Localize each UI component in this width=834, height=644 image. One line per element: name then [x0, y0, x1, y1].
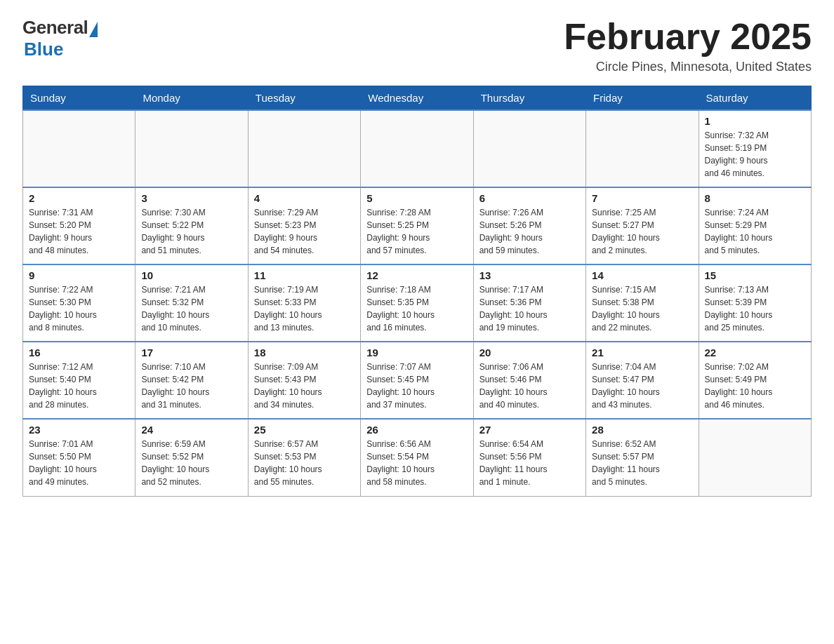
- day-info: Sunrise: 7:09 AMSunset: 5:43 PMDaylight:…: [254, 361, 355, 411]
- day-info: Sunrise: 7:13 AMSunset: 5:39 PMDaylight:…: [705, 283, 805, 334]
- table-row: 19Sunrise: 7:07 AMSunset: 5:45 PMDayligh…: [361, 342, 473, 419]
- day-info: Sunrise: 7:04 AMSunset: 5:47 PMDaylight:…: [592, 361, 692, 411]
- table-row: 12Sunrise: 7:18 AMSunset: 5:35 PMDayligh…: [361, 264, 473, 342]
- calendar-week-row: 16Sunrise: 7:12 AMSunset: 5:40 PMDayligh…: [23, 342, 812, 419]
- day-number: 27: [479, 424, 580, 436]
- title-block: February 2025 Circle Pines, Minnesota, U…: [564, 17, 812, 74]
- day-number: 22: [705, 347, 805, 358]
- day-number: 14: [592, 269, 692, 281]
- table-row: 11Sunrise: 7:19 AMSunset: 5:33 PMDayligh…: [248, 264, 360, 342]
- table-row: [586, 110, 699, 187]
- month-title: February 2025: [564, 17, 812, 57]
- header-monday: Monday: [135, 86, 248, 111]
- table-row: [473, 110, 585, 187]
- table-row: 20Sunrise: 7:06 AMSunset: 5:46 PMDayligh…: [473, 342, 585, 419]
- day-number: 26: [366, 424, 467, 436]
- day-number: 10: [141, 269, 241, 281]
- day-number: 6: [479, 192, 580, 204]
- table-row: 22Sunrise: 7:02 AMSunset: 5:49 PMDayligh…: [699, 342, 811, 419]
- header-saturday: Saturday: [699, 86, 811, 111]
- day-number: 16: [29, 347, 129, 358]
- table-row: 4Sunrise: 7:29 AMSunset: 5:23 PMDaylight…: [248, 187, 360, 264]
- table-row: 8Sunrise: 7:24 AMSunset: 5:29 PMDaylight…: [699, 187, 811, 264]
- day-number: 8: [705, 192, 805, 204]
- day-info: Sunrise: 6:56 AMSunset: 5:54 PMDaylight:…: [366, 438, 467, 488]
- day-info: Sunrise: 7:15 AMSunset: 5:38 PMDaylight:…: [592, 283, 692, 334]
- table-row: 13Sunrise: 7:17 AMSunset: 5:36 PMDayligh…: [473, 264, 585, 342]
- day-info: Sunrise: 7:25 AMSunset: 5:27 PMDaylight:…: [592, 206, 692, 257]
- day-info: Sunrise: 7:26 AMSunset: 5:26 PMDaylight:…: [479, 206, 580, 257]
- day-info: Sunrise: 7:02 AMSunset: 5:49 PMDaylight:…: [705, 361, 805, 411]
- day-info: Sunrise: 7:12 AMSunset: 5:40 PMDaylight:…: [29, 361, 129, 411]
- header-friday: Friday: [586, 86, 699, 111]
- day-info: Sunrise: 7:01 AMSunset: 5:50 PMDaylight:…: [29, 438, 129, 488]
- table-row: 17Sunrise: 7:10 AMSunset: 5:42 PMDayligh…: [135, 342, 248, 419]
- day-info: Sunrise: 7:06 AMSunset: 5:46 PMDaylight:…: [479, 361, 580, 411]
- calendar-week-row: 1Sunrise: 7:32 AMSunset: 5:19 PMDaylight…: [23, 110, 812, 187]
- day-info: Sunrise: 7:28 AMSunset: 5:25 PMDaylight:…: [366, 206, 467, 257]
- calendar-week-row: 9Sunrise: 7:22 AMSunset: 5:30 PMDaylight…: [23, 264, 812, 342]
- table-row: 18Sunrise: 7:09 AMSunset: 5:43 PMDayligh…: [248, 342, 360, 419]
- table-row: [361, 110, 473, 187]
- table-row: 23Sunrise: 7:01 AMSunset: 5:50 PMDayligh…: [23, 419, 135, 496]
- day-info: Sunrise: 7:32 AMSunset: 5:19 PMDaylight:…: [705, 129, 805, 180]
- day-number: 15: [705, 269, 805, 281]
- day-number: 25: [254, 424, 355, 436]
- table-row: 16Sunrise: 7:12 AMSunset: 5:40 PMDayligh…: [23, 342, 135, 419]
- day-info: Sunrise: 7:31 AMSunset: 5:20 PMDaylight:…: [29, 206, 129, 257]
- table-row: 25Sunrise: 6:57 AMSunset: 5:53 PMDayligh…: [248, 419, 360, 496]
- header-thursday: Thursday: [473, 86, 585, 111]
- table-row: 9Sunrise: 7:22 AMSunset: 5:30 PMDaylight…: [23, 264, 135, 342]
- header-wednesday: Wednesday: [361, 86, 473, 111]
- day-info: Sunrise: 7:07 AMSunset: 5:45 PMDaylight:…: [366, 361, 467, 411]
- day-info: Sunrise: 7:17 AMSunset: 5:36 PMDaylight:…: [479, 283, 580, 334]
- table-row: 7Sunrise: 7:25 AMSunset: 5:27 PMDaylight…: [586, 187, 699, 264]
- day-info: Sunrise: 6:59 AMSunset: 5:52 PMDaylight:…: [141, 438, 241, 488]
- table-row: 15Sunrise: 7:13 AMSunset: 5:39 PMDayligh…: [699, 264, 811, 342]
- day-info: Sunrise: 7:21 AMSunset: 5:32 PMDaylight:…: [141, 283, 241, 334]
- day-number: 23: [29, 424, 129, 436]
- day-info: Sunrise: 6:57 AMSunset: 5:53 PMDaylight:…: [254, 438, 355, 488]
- calendar-header-row: Sunday Monday Tuesday Wednesday Thursday…: [23, 86, 812, 111]
- day-number: 18: [254, 347, 355, 358]
- day-number: 12: [366, 269, 467, 281]
- day-number: 7: [592, 192, 692, 204]
- logo-general-text: General: [22, 17, 88, 39]
- table-row: [248, 110, 360, 187]
- table-row: 5Sunrise: 7:28 AMSunset: 5:25 PMDaylight…: [361, 187, 473, 264]
- page-header: General Blue February 2025 Circle Pines,…: [22, 17, 812, 74]
- day-number: 13: [479, 269, 580, 281]
- day-number: 28: [592, 424, 692, 436]
- table-row: 3Sunrise: 7:30 AMSunset: 5:22 PMDaylight…: [135, 187, 248, 264]
- table-row: [699, 419, 811, 496]
- day-number: 5: [366, 192, 467, 204]
- header-sunday: Sunday: [23, 86, 135, 111]
- table-row: 1Sunrise: 7:32 AMSunset: 5:19 PMDaylight…: [699, 110, 811, 187]
- logo-blue-text: Blue: [24, 39, 63, 60]
- table-row: 2Sunrise: 7:31 AMSunset: 5:20 PMDaylight…: [23, 187, 135, 264]
- table-row: 6Sunrise: 7:26 AMSunset: 5:26 PMDaylight…: [473, 187, 585, 264]
- day-info: Sunrise: 7:19 AMSunset: 5:33 PMDaylight:…: [254, 283, 355, 334]
- day-info: Sunrise: 7:29 AMSunset: 5:23 PMDaylight:…: [254, 206, 355, 257]
- calendar-week-row: 2Sunrise: 7:31 AMSunset: 5:20 PMDaylight…: [23, 187, 812, 264]
- logo: General Blue: [22, 17, 98, 60]
- logo-triangle-icon: [89, 22, 98, 37]
- table-row: 14Sunrise: 7:15 AMSunset: 5:38 PMDayligh…: [586, 264, 699, 342]
- location-text: Circle Pines, Minnesota, United States: [564, 60, 812, 74]
- day-number: 17: [141, 347, 241, 358]
- calendar-table: Sunday Monday Tuesday Wednesday Thursday…: [22, 86, 812, 497]
- table-row: 24Sunrise: 6:59 AMSunset: 5:52 PMDayligh…: [135, 419, 248, 496]
- day-info: Sunrise: 7:18 AMSunset: 5:35 PMDaylight:…: [366, 283, 467, 334]
- table-row: 28Sunrise: 6:52 AMSunset: 5:57 PMDayligh…: [586, 419, 699, 496]
- day-info: Sunrise: 6:52 AMSunset: 5:57 PMDaylight:…: [592, 438, 692, 488]
- day-number: 4: [254, 192, 355, 204]
- day-number: 20: [479, 347, 580, 358]
- calendar-week-row: 23Sunrise: 7:01 AMSunset: 5:50 PMDayligh…: [23, 419, 812, 496]
- table-row: [135, 110, 248, 187]
- table-row: 21Sunrise: 7:04 AMSunset: 5:47 PMDayligh…: [586, 342, 699, 419]
- day-info: Sunrise: 7:24 AMSunset: 5:29 PMDaylight:…: [705, 206, 805, 257]
- day-info: Sunrise: 6:54 AMSunset: 5:56 PMDaylight:…: [479, 438, 580, 488]
- day-info: Sunrise: 7:10 AMSunset: 5:42 PMDaylight:…: [141, 361, 241, 411]
- header-tuesday: Tuesday: [248, 86, 360, 111]
- day-number: 11: [254, 269, 355, 281]
